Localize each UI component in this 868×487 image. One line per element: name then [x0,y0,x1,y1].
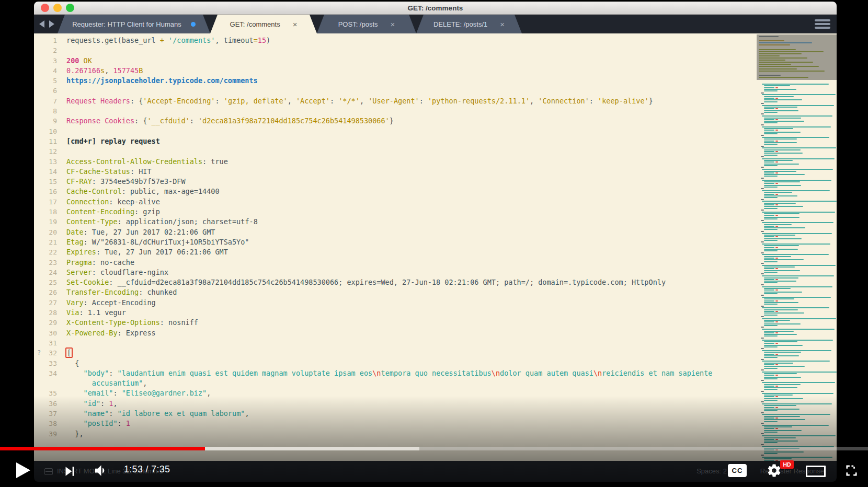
tab-label: POST: /posts [338,20,378,28]
video-frame[interactable]: GET: /comments Requester: HTTP Client fo… [34,2,837,482]
code-text: Cache-Control: public, max-age=14400 [57,187,220,196]
progress-bar[interactable] [0,447,868,450]
line-number: 38 [34,419,57,428]
window-titlebar: GET: /comments [34,2,837,15]
line-number: 21 [34,237,57,247]
line-number: 23 [34,258,57,268]
hd-quality-badge: HD [780,460,794,469]
fullscreen-button[interactable] [843,462,860,479]
line-number: 39 [34,429,57,439]
code-line: 1requests.get(base_url + '/comments', ti… [34,36,756,45]
tab-post-posts[interactable]: POST: /posts× [317,15,416,33]
next-button[interactable] [62,463,77,481]
tabs: Requester: HTTP Client for HumansGET: /c… [58,15,522,33]
code-text: Set-Cookie: __cfduid=d2eca81a3f98a72104d… [57,277,666,287]
code-text: Transfer-Encoding: chunked [57,287,177,297]
line-number: 10 [34,126,57,136]
code-line: 39 }, [34,429,756,439]
code-line: 8 [34,106,756,116]
editor[interactable]: 1requests.get(base_url + '/comments', ti… [34,33,837,461]
code-line: 33 { [34,358,756,368]
code-text: Via: 1.1 vegur [57,308,126,318]
line-number: 1 [34,36,57,45]
tab-delete-posts-1[interactable]: DELETE: /posts/1× [416,15,522,33]
line-number: 24 [34,268,57,277]
code-line: 6 [34,86,756,96]
line-number: 20 [34,227,57,237]
line-number: 27 [34,298,57,308]
code-text: CF-RAY: 3754ee549b7f57e3-DFW [57,177,186,187]
captions-button[interactable]: CC [728,464,747,477]
code-text: }, [57,429,84,439]
code-line: 7Request Headers: {'Accept-Encoding': 'g… [34,96,756,106]
code-line: 37 "name": "id labore ex et quam laborum… [34,409,756,419]
code-text: Server: cloudflare-nginx [57,268,168,277]
play-button[interactable] [16,462,30,478]
player-controls: 1:53 / 7:35 CC HD [0,459,868,482]
tab-get-comments[interactable]: GET: /comments× [210,15,317,33]
line-number: 9 [34,116,57,126]
tab-requester-http-client-for-humans[interactable]: Requester: HTTP Client for Humans [58,15,210,33]
code-line: 28Via: 1.1 vegur [34,308,756,318]
code-text: Request Headers: {'Accept-Encoding': 'gz… [57,96,653,106]
line-number: 16 [34,187,57,196]
code-text [57,45,66,55]
minimap-viewport[interactable] [757,34,837,80]
line-number: 36 [34,399,57,409]
tab-nav-arrows [39,20,54,28]
code-line: 29X-Content-Type-Options: nosniff [34,318,756,328]
progress-played [0,447,205,450]
code-text: https://jsonplaceholder.typicode.com/com… [57,76,258,86]
line-number: 3 [34,56,57,66]
code-line: 34 "body": "laudantium enim quasi est qu… [34,368,756,378]
code-line: 10 [34,126,756,136]
code-text [57,126,66,136]
time-display: 1:53 / 7:35 [124,464,170,475]
code-text: Content-Type: application/json; charset=… [57,217,258,227]
code-text: Response Cookies: {'__cfduid': 'd2eca81a… [57,116,394,126]
code-text [57,146,66,156]
code-text: Etag: W/"26831-8L/dCHuriTuxj+1OR5biYTSa5… [57,237,249,247]
line-number: 8 [34,106,57,116]
code-text: X-Content-Type-Options: nosniff [57,318,198,328]
tab-close-icon[interactable]: × [500,20,505,29]
code-text: { [57,358,79,368]
code-area: 1requests.get(base_url + '/comments', ti… [34,36,756,439]
tab-nav-forward-icon[interactable] [49,20,54,28]
code-text: requests.get(base_url + '/comments', tim… [57,36,270,45]
tab-nav-back-icon[interactable] [39,20,44,28]
code-line: 14CF-Cache-Status: HIT [34,167,756,177]
line-number [34,378,57,388]
code-text [57,106,66,116]
line-number: 37 [34,409,57,419]
code-line: 15CF-RAY: 3754ee549b7f57e3-DFW [34,177,756,187]
settings-gear-icon[interactable] [767,463,782,478]
code-text: "email": "Eliseo@gardner.biz", [57,388,211,398]
code-line: 19Content-Type: application/json; charse… [34,217,756,227]
code-line: 13Access-Control-Allow-Credentials: true [34,157,756,167]
line-number: 15 [34,177,57,187]
line-number: 33 [34,358,57,368]
code-text: [cmd+r] replay request [57,136,160,146]
minimap[interactable] [757,33,837,461]
line-number: 14 [34,167,57,177]
code-line: 35 "email": "Eliseo@gardner.biz", [34,388,756,398]
code-text [57,86,66,96]
code-line: 24Server: cloudflare-nginx [34,268,756,277]
overflow-menu-icon[interactable] [815,19,830,29]
window-title: GET: /comments [34,2,837,15]
tab-close-icon[interactable]: × [391,20,395,29]
theater-mode-button[interactable] [806,466,826,477]
code-text: [ [57,348,73,358]
tab-close-icon[interactable]: × [293,20,298,29]
code-text: "name": "id labore ex et quam laborum", [57,409,249,419]
code-line: accusantium", [34,378,756,388]
line-number: 12 [34,146,57,156]
line-number: 18 [34,207,57,217]
code-line: 31 [34,338,756,348]
tab-bar: Requester: HTTP Client for HumansGET: /c… [34,15,837,33]
line-number: 34 [34,368,57,378]
volume-icon[interactable] [93,462,109,481]
code-text: Expires: Tue, 27 Jun 2017 06:21:06 GMT [57,247,228,257]
code-line: 2 [34,45,756,55]
